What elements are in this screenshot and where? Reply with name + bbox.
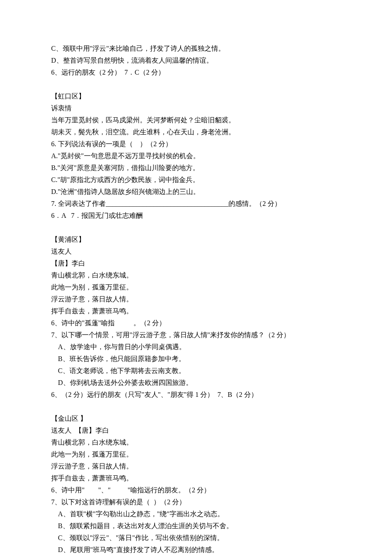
hongkou-q6: 6. 下列说法有误的一项是（ ）（2 分）	[51, 138, 341, 150]
intro-line-c: C、颈联中用"浮云"来比喻自己，抒发了诗人的孤独之情。	[51, 43, 341, 55]
huangpu-author: 【唐】李白	[51, 257, 341, 269]
spacer	[51, 222, 341, 234]
jinshan-poem-title: 送友人 【唐】李白	[51, 425, 341, 436]
huangpu-poem-line4: 挥手自兹去，萧萧班马鸣。	[51, 305, 341, 317]
huangpu-title: 【黄浦区】	[51, 234, 341, 246]
huangpu-answer: 6、（2 分）远行的朋友（只写"友人"、"朋友"得 1 分） 7、B（2 分）	[51, 389, 341, 401]
hongkou-option-d: D."沧洲"借指诗人隐居故乡绍兴镜湖边上的三山。	[51, 186, 341, 198]
jinshan-title: 【金山区 】	[51, 413, 341, 425]
huangpu-q6: 6、诗中的"孤蓬"喻指 。（2 分）	[51, 317, 341, 329]
hongkou-poem-title: 诉衷情	[51, 102, 341, 114]
document-page: C、颈联中用"浮云"来比喻自己，抒发了诗人的孤独之情。 D、整首诗写景自然明快，…	[0, 0, 392, 555]
huangpu-poem-line3: 浮云游子意，落日故人情。	[51, 293, 341, 305]
jinshan-poem-line3: 浮云游子意，落日故人情。	[51, 460, 341, 472]
hongkou-option-a: A."觅封侯"一句意思是不远万里寻找封侯的机会。	[51, 150, 341, 162]
huangpu-option-d: D、你到机场去送外公外婆去欧洲四国旅游。	[51, 377, 341, 389]
hongkou-poem-line1: 当年万里觅封侯，匹马戍梁州。关河梦断何处？尘暗旧貂裘。	[51, 114, 341, 126]
jinshan-poem-line2: 此地一为别，孤蓬万里征。	[51, 448, 341, 460]
jinshan-poem-line4: 挥手自兹去，萧萧班马鸣。	[51, 472, 341, 484]
huangpu-option-c: C、语文老师说，他下学期将去云南支教。	[51, 365, 341, 377]
huangpu-poem-line1: 青山横北郭，白水绕东城。	[51, 269, 341, 281]
jinshan-q7: 7、以下对这首诗理解有误的是（ ）（2 分）	[51, 496, 341, 508]
jinshan-option-d: D、尾联用"班马鸣"直接抒发了诗人不忍离别的情感。	[51, 544, 341, 555]
huangpu-option-a: A、放学途中，你与昔日的小学同桌偶遇。	[51, 341, 341, 353]
intro-line-d: D、整首诗写景自然明快，流淌着友人间温馨的情谊。	[51, 55, 341, 66]
jinshan-option-a: A、首联"横"字勾勒出山之静态，"绕"字画出水之动态。	[51, 508, 341, 520]
hongkou-poem-line2: 胡未灭，鬓先秋，泪空流。此生谁料，心在天山，身老沧洲。	[51, 126, 341, 138]
huangpu-option-b: B、班长告诉你，他只能回原籍参加中考。	[51, 353, 341, 365]
hongkou-title: 【虹口区】	[51, 90, 341, 102]
huangpu-poem-title: 送友人	[51, 246, 341, 257]
jinshan-poem-line1: 青山横北郭，白水绕东城。	[51, 436, 341, 448]
hongkou-answer: 6．A 7．报国无门或壮志难酬	[51, 210, 341, 222]
spacer	[51, 401, 341, 413]
hongkou-q7: 7. 全词表达了作者______________________________…	[51, 198, 341, 210]
hongkou-option-c: C."胡"原指北方或西方的少数民族，词中指金兵。	[51, 174, 341, 186]
jinshan-q6: 6、诗中用" "、" "喻指远行的朋友。（2 分）	[51, 484, 341, 496]
intro-answer: 6、远行的朋友（2 分） 7．C（2 分）	[51, 66, 341, 78]
jinshan-option-b: B、颔联紧扣题目，表达出对友人漂泊生涯的关切与不舍。	[51, 520, 341, 532]
spacer	[51, 78, 341, 90]
hongkou-option-b: B."关河"原意是关塞河防，借指山川险要的地方。	[51, 162, 341, 174]
jinshan-option-c: C、颈联以"浮云"、"落日"作比，写出依依惜别的深情。	[51, 532, 341, 544]
huangpu-poem-line2: 此地一为别，孤蓬万里征。	[51, 281, 341, 293]
huangpu-q7: 7、以下哪一个情景，可用"浮云游子意，落日故人情"来抒发你的情感？（2 分）	[51, 329, 341, 341]
